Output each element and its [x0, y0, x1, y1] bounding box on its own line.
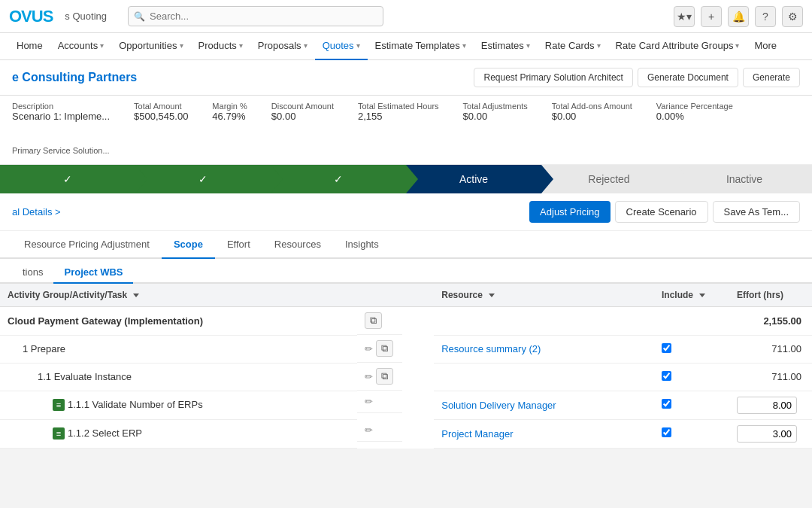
sub-tab-tions[interactable]: tions [12, 262, 53, 284]
edit-icon[interactable]: ✏ [365, 371, 373, 382]
summary-value: 0.00% [656, 111, 733, 122]
effort-cell[interactable] [729, 419, 812, 448]
summary-value: 2,155 [358, 111, 439, 122]
resource-link[interactable]: Resource summary (2) [441, 343, 541, 354]
summary-label: Primary Service Solution... [12, 146, 110, 155]
activity-cell: Cloud Payment Gateway (Implementation) [0, 307, 357, 336]
generate-document-button[interactable]: Generate Document [638, 68, 738, 87]
resource-cell [434, 363, 654, 391]
summary-value: 46.79% [212, 111, 247, 122]
wbs-table: Activity Group/Activity/TaskResourceIncl… [0, 284, 812, 449]
edit-icon[interactable]: ✏ [365, 396, 373, 407]
sub-tabs-row: tionsProject WBS [0, 259, 812, 284]
effort-cell: 2,155.00 [729, 307, 812, 336]
nav-item-products[interactable]: Products ▾ [191, 33, 250, 60]
request-primary-solution-architect-button[interactable]: Request Primary Solution Architect [474, 68, 632, 87]
tab-scope[interactable]: Scope [162, 231, 215, 259]
activity-cell: ≡1.1.2 Select ERP [0, 419, 357, 448]
progress-step-inactive: Inactive [677, 165, 812, 193]
effort-cell: 711.00 [729, 363, 812, 391]
include-checkbox[interactable] [662, 371, 671, 381]
tab-insights[interactable]: Insights [333, 231, 391, 259]
resource-link[interactable]: Solution Delivery Manager [441, 400, 556, 411]
effort-value: 2,155.00 [737, 315, 804, 327]
generate-button[interactable]: Generate [743, 68, 800, 87]
page-title: e Consulting Partners [12, 71, 137, 84]
nav-item-proposals[interactable]: Proposals ▾ [250, 33, 315, 60]
nav-item-rate-cards[interactable]: Rate Cards ▾ [538, 33, 608, 60]
nav-item-rate-card-attribute-groups[interactable]: Rate Card Attribute Groups ▾ [608, 33, 747, 60]
col-header: Effort (hrs) [729, 284, 812, 307]
summary-label: Total Estimated Hours [358, 102, 439, 111]
tab-effort[interactable]: Effort [215, 231, 262, 259]
include-cell [654, 307, 729, 336]
copy-button[interactable]: ⧉ [376, 340, 393, 357]
nav-item-estimate-templates[interactable]: Estimate Templates ▾ [368, 33, 474, 60]
col-header[interactable]: Resource [434, 284, 654, 307]
chevron-down-icon: ▾ [735, 41, 739, 50]
col-header[interactable]: Activity Group/Activity/Task [0, 284, 357, 307]
settings-button[interactable]: ⚙ [782, 6, 803, 27]
resource-cell: Solution Delivery Manager [434, 391, 654, 419]
step-label: ✓ [63, 173, 72, 185]
effort-cell[interactable] [729, 391, 812, 419]
resource-link[interactable]: Project Manager [441, 428, 513, 440]
summary-value: $0.00 [552, 111, 632, 122]
edit-icon[interactable]: ✏ [365, 343, 373, 354]
bell-button[interactable]: 🔔 [728, 6, 749, 27]
sub-tab-project-wbs[interactable]: Project WBS [53, 262, 133, 284]
nav-item-opportunities[interactable]: Opportunities ▾ [111, 33, 190, 60]
summary-item: Margin %46.79% [212, 102, 247, 122]
nav-item-accounts[interactable]: Accounts ▾ [50, 33, 111, 60]
summary-item: Total Adjustments$0.00 [463, 102, 528, 122]
chevron-down-icon: ▾ [304, 41, 308, 50]
table-row: ≡1.1.2 Select ERP✏Project Manager [0, 419, 812, 448]
col-header[interactable]: Include [654, 284, 729, 307]
chevron-down-icon: ▾ [526, 41, 530, 50]
activity-cell: ≡1.1.1 Validate Number of ERPs [0, 391, 357, 419]
copy-button[interactable]: ⧉ [376, 368, 393, 385]
chevron-down-icon: ▾ [356, 41, 360, 50]
include-checkbox[interactable] [662, 399, 671, 409]
search-input[interactable] [128, 6, 383, 26]
tab-resources[interactable]: Resources [262, 231, 333, 259]
chevron-down-icon: ▾ [462, 41, 466, 50]
sort-icon [133, 294, 139, 297]
nav-item-estimates[interactable]: Estimates ▾ [474, 33, 538, 60]
effort-input[interactable] [737, 397, 797, 414]
help-button[interactable]: ? [755, 6, 776, 27]
include-cell [654, 391, 729, 419]
sort-icon [489, 294, 495, 297]
progress-step-: ✓ [0, 165, 135, 193]
adjust-pricing-button[interactable]: Adjust Pricing [529, 201, 610, 223]
create-scenario-button[interactable]: Create Scenario [615, 201, 708, 223]
include-checkbox[interactable] [662, 427, 671, 437]
header-buttons: Request Primary Solution ArchitectGenera… [474, 68, 800, 87]
row-icon: ≡ [53, 399, 65, 411]
effort-input[interactable] [737, 425, 797, 443]
activity-cell: 1 Prepare [0, 335, 357, 363]
tab-resource-pricing-adjustment[interactable]: Resource Pricing Adjustment [12, 231, 162, 259]
include-checkbox[interactable] [662, 343, 671, 353]
row-actions-cell: ✏ [357, 391, 402, 413]
activity-name: 1.1.1 Validate Number of ERPs [68, 399, 203, 410]
details-link[interactable]: al Details > [12, 206, 61, 217]
summary-item: Total Estimated Hours2,155 [358, 102, 439, 122]
summary-item: Total Amount$500,545.00 [134, 102, 188, 122]
table-row: Cloud Payment Gateway (Implementation)⧉2… [0, 307, 812, 336]
nav-item-quotes[interactable]: Quotes ▾ [315, 33, 368, 60]
effort-cell: 711.00 [729, 335, 812, 363]
summary-item: DescriptionScenario 1: Impleme... [12, 102, 110, 122]
copy-button[interactable]: ⧉ [365, 312, 382, 329]
resource-cell: Resource summary (2) [434, 335, 654, 363]
nav-item-more[interactable]: More [747, 33, 784, 60]
plus-button[interactable]: + [701, 6, 722, 27]
save-as-tem-button[interactable]: Save As Tem... [713, 201, 800, 223]
action-buttons: Adjust PricingCreate ScenarioSave As Tem… [529, 201, 800, 223]
table-row: ≡1.1.1 Validate Number of ERPs✏Solution … [0, 391, 812, 419]
edit-icon[interactable]: ✏ [365, 424, 373, 436]
star-button[interactable]: ★▾ [674, 6, 695, 27]
table-row: 1.1 Evaluate Instance✏⧉711.00 [0, 363, 812, 391]
nav-item-home[interactable]: Home [9, 33, 50, 60]
step-label: Inactive [726, 173, 762, 185]
